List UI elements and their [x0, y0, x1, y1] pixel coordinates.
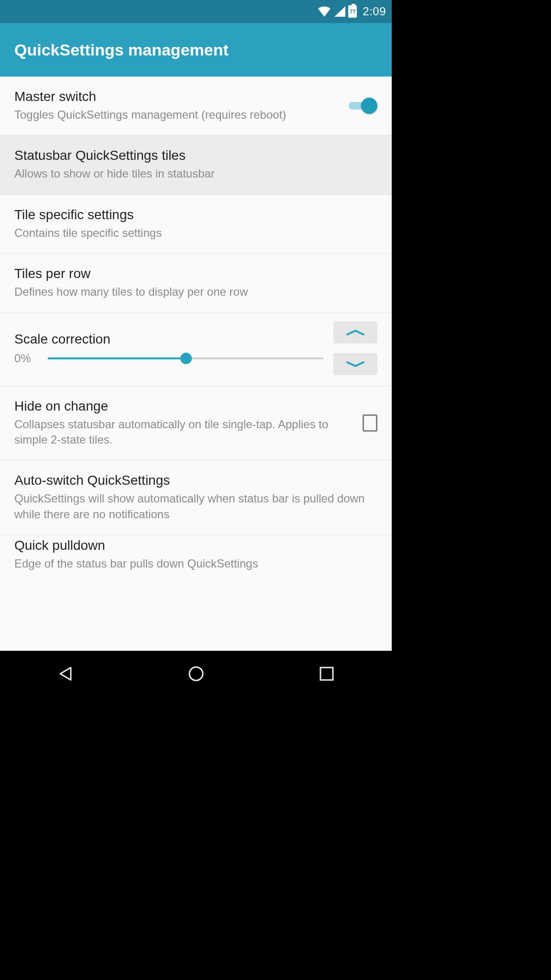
chevron-up-icon — [346, 329, 365, 336]
row-title: Auto-switch QuickSettings — [14, 473, 370, 488]
status-clock: 2:09 — [363, 5, 386, 18]
scale-increase-button[interactable] — [333, 322, 377, 344]
cell-signal-icon — [334, 6, 345, 17]
row-auto-switch[interactable]: Auto-switch QuickSettings QuickSettings … — [0, 460, 392, 535]
chevron-down-icon — [346, 361, 365, 368]
row-subtitle: Contains tile specific settings — [14, 225, 370, 241]
screen: 77 2:09 QuickSettings management Master … — [0, 0, 392, 697]
hide-on-change-checkbox[interactable] — [363, 414, 377, 432]
scale-value: 0% — [14, 352, 36, 365]
page-title: QuickSettings management — [14, 41, 229, 59]
master-switch-toggle[interactable] — [349, 98, 377, 114]
row-title: Scale correction — [14, 332, 324, 347]
battery-icon: 77 — [348, 5, 357, 18]
row-subtitle: Collapses statusbar automatically on til… — [14, 417, 355, 448]
row-subtitle: QuickSettings will show automatically wh… — [14, 491, 370, 522]
settings-list[interactable]: Master switch Toggles QuickSettings mana… — [0, 77, 392, 651]
home-circle-icon — [187, 665, 205, 683]
row-statusbar-tiles[interactable]: Statusbar QuickSettings tiles Allows to … — [0, 135, 392, 194]
row-subtitle: Edge of the status bar pulls down QuickS… — [14, 556, 370, 571]
battery-level: 77 — [350, 9, 355, 14]
nav-home-button[interactable] — [185, 662, 208, 685]
row-hide-on-change[interactable]: Hide on change Collapses statusbar autom… — [0, 386, 392, 461]
row-subtitle: Allows to show or hide tiles in statusba… — [14, 166, 370, 181]
svg-rect-1 — [320, 668, 333, 680]
row-quick-pulldown[interactable]: Quick pulldown Edge of the status bar pu… — [0, 535, 392, 574]
row-subtitle: Defines how many tiles to display per on… — [14, 284, 370, 300]
nav-recent-button[interactable] — [315, 662, 338, 685]
row-tile-specific[interactable]: Tile specific settings Contains tile spe… — [0, 195, 392, 254]
row-tiles-per-row[interactable]: Tiles per row Defines how many tiles to … — [0, 254, 392, 312]
row-subtitle: Toggles QuickSettings management (requir… — [14, 107, 341, 122]
row-title: Hide on change — [14, 399, 355, 414]
wifi-icon — [318, 6, 331, 17]
app-bar: QuickSettings management — [0, 23, 392, 77]
back-triangle-icon — [56, 665, 75, 683]
system-nav-bar — [0, 651, 392, 697]
nav-back-button[interactable] — [54, 662, 77, 685]
scale-slider[interactable] — [48, 353, 324, 364]
row-title: Master switch — [14, 89, 341, 104]
row-title: Tiles per row — [14, 266, 370, 281]
row-title: Tile specific settings — [14, 207, 370, 223]
row-title: Statusbar QuickSettings tiles — [14, 148, 370, 163]
recent-square-icon — [319, 666, 335, 682]
row-scale-correction: Scale correction 0% — [0, 313, 392, 386]
scale-stepper — [333, 322, 377, 375]
row-title: Quick pulldown — [14, 538, 370, 553]
system-status-bar: 77 2:09 — [0, 0, 392, 23]
scale-decrease-button[interactable] — [333, 353, 377, 375]
svg-point-0 — [189, 667, 203, 680]
row-master-switch[interactable]: Master switch Toggles QuickSettings mana… — [0, 77, 392, 135]
